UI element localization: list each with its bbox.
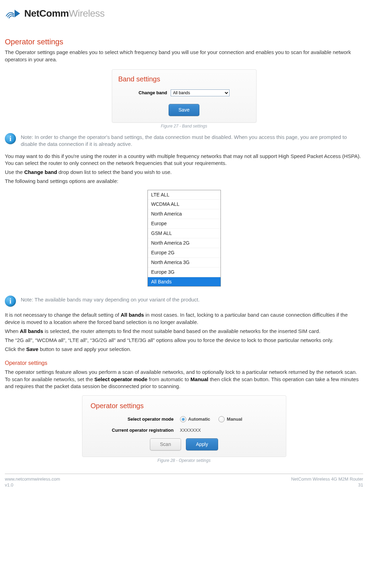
band-option[interactable]: Europe bbox=[148, 219, 221, 229]
radio-automatic[interactable]: Automatic bbox=[180, 416, 210, 422]
operator-settings-panel: Operator settings Select operator mode A… bbox=[82, 395, 286, 457]
save-button[interactable]: Save bbox=[169, 104, 200, 116]
paragraph-all-bands-behavior: When All bands is selected, the router a… bbox=[5, 328, 363, 335]
band-option[interactable]: LTE ALL bbox=[148, 190, 221, 200]
figure-27-caption: Figure 27 - Band settings bbox=[5, 123, 363, 129]
paragraph-hspa: You may want to do this if you're using … bbox=[5, 153, 363, 167]
paragraph-all-bands-default: It is not necessary to change the defaul… bbox=[5, 311, 363, 326]
band-settings-title: Band settings bbox=[118, 74, 250, 84]
band-option[interactable]: All Bands bbox=[148, 277, 221, 287]
select-operator-mode-label: Select operator mode bbox=[91, 416, 180, 422]
change-band-label: Change band bbox=[138, 90, 167, 96]
note-2: i Note: The available bands may vary dep… bbox=[5, 296, 363, 307]
brand-logo-icon bbox=[5, 8, 21, 19]
info-icon: i bbox=[5, 296, 16, 307]
band-option[interactable]: Europe 2G bbox=[148, 248, 221, 258]
intro-paragraph: The Operator settings page enables you t… bbox=[5, 49, 363, 63]
footer-page-number: 31 bbox=[358, 482, 363, 488]
operator-settings-panel-title: Operator settings bbox=[91, 401, 278, 411]
page-title: Operator settings bbox=[5, 37, 363, 47]
figure-28-caption: Figure 28 - Operator settings bbox=[5, 458, 363, 463]
band-option[interactable]: WCDMA ALL bbox=[148, 200, 221, 209]
change-band-select[interactable]: All bands bbox=[171, 89, 230, 96]
note-2-text: Note: The available bands may vary depen… bbox=[21, 296, 200, 303]
band-option[interactable]: North America 3G bbox=[148, 258, 221, 267]
info-icon: i bbox=[5, 133, 16, 144]
brand-name: NetCommWireless bbox=[24, 7, 105, 20]
paragraph-options-intro: The following band settings options are … bbox=[5, 178, 363, 185]
scan-button[interactable]: Scan bbox=[150, 438, 181, 450]
band-settings-panel: Band settings Change band All bands Save bbox=[112, 69, 257, 123]
band-option[interactable]: GSM ALL bbox=[148, 229, 221, 238]
footer-version: v1.0 bbox=[5, 482, 60, 488]
footer-url: www.netcommwireless.com bbox=[5, 476, 60, 482]
apply-button[interactable]: Apply bbox=[186, 438, 218, 450]
band-option[interactable]: Europe 3G bbox=[148, 267, 221, 277]
current-registration-value: XXXXXXX bbox=[180, 427, 201, 433]
band-options-dropdown[interactable]: LTE ALLWCDMA ALLNorth AmericaEuropeGSM A… bbox=[147, 190, 221, 287]
operator-settings-subtitle: Operator settings bbox=[5, 359, 363, 367]
note-1: i Note: In order to change the operator'… bbox=[5, 133, 363, 148]
footer-product: NetComm Wireless 4G M2M Router bbox=[291, 476, 363, 482]
radio-automatic-label: Automatic bbox=[188, 416, 210, 422]
paragraph-lock-options: The “2G all”, “WCDMA all”, “LTE all”, “3… bbox=[5, 337, 363, 344]
band-option[interactable]: North America bbox=[148, 209, 221, 219]
current-registration-label: Current operator registration bbox=[91, 427, 180, 433]
brand-name-light: Wireless bbox=[69, 8, 105, 19]
note-1-text: Note: In order to change the operator's … bbox=[21, 133, 363, 148]
radio-dot-unselected-icon bbox=[218, 416, 225, 422]
band-option[interactable]: North America 2G bbox=[148, 238, 221, 248]
brand-header: NetCommWireless bbox=[5, 7, 363, 20]
radio-dot-selected-icon bbox=[180, 416, 186, 422]
page-footer: www.netcommwireless.com v1.0 NetComm Wir… bbox=[5, 474, 363, 488]
radio-manual-label: Manual bbox=[227, 416, 242, 422]
radio-manual[interactable]: Manual bbox=[218, 416, 242, 422]
operator-settings-body: The operator settings feature allows you… bbox=[5, 369, 363, 390]
paragraph-change-band: Use the Change band drop down list to se… bbox=[5, 169, 363, 176]
brand-name-bold: NetComm bbox=[24, 8, 69, 19]
paragraph-click-save: Click the Save button to save and apply … bbox=[5, 346, 363, 353]
